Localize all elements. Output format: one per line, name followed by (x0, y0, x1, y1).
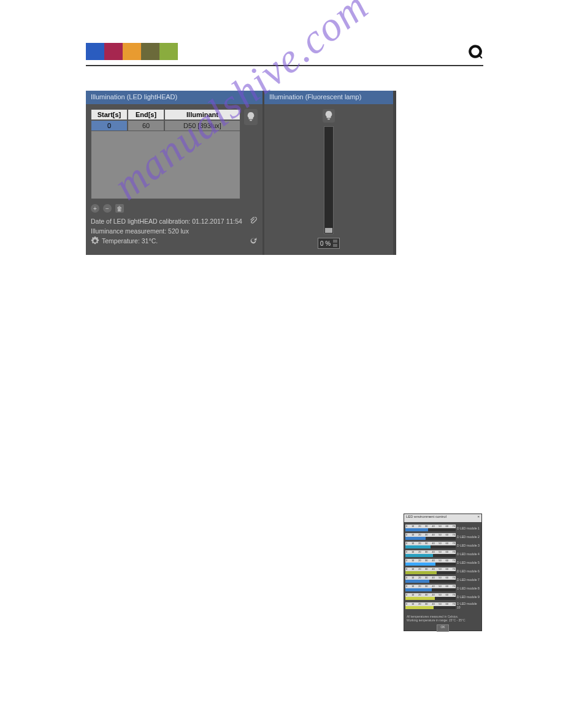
module-label: D LED module 8 (456, 586, 480, 590)
illuminance-measurement-label: Illuminance measurement: 520 lux (91, 226, 258, 236)
temperature-bar (405, 563, 435, 566)
module-label: D LED module 6 (456, 569, 480, 573)
dialog-title: LED environment control (406, 515, 446, 521)
temperature-row: 010203040506070D LED module 6 (405, 567, 480, 574)
lightbulb-icon (324, 110, 333, 121)
temperature-bar (405, 554, 433, 557)
table-empty-area (91, 131, 240, 199)
temperature-row: 010203040506070D LED module 2 (405, 533, 480, 540)
temperature-bar (405, 597, 435, 600)
led-environment-dialog: LED environment control × 01020304050607… (404, 514, 482, 631)
cell-illuminant[interactable]: D50 [393lux] (164, 120, 240, 131)
temperature-bar (405, 537, 426, 540)
cell-start[interactable]: 0 (91, 120, 128, 131)
temperature-bar (405, 580, 429, 583)
temperature-row: 010203040506070D LED module 8 (405, 585, 480, 591)
module-label: D LED module 9 (456, 595, 480, 599)
ok-button[interactable]: OK (437, 624, 449, 632)
temperature-row: 010203040506070D LED module 5 (405, 559, 480, 566)
page-header (86, 43, 483, 66)
temperature-row: 010203040506070D LED module 10 (405, 602, 480, 609)
close-icon[interactable]: × (477, 515, 480, 521)
dialog-titlebar: LED environment control × (404, 514, 481, 522)
col-start-header[interactable]: Start[s] (91, 109, 128, 120)
remove-button[interactable]: − (103, 204, 112, 213)
lightbulb-icon (247, 112, 255, 123)
brand-color-strip (86, 43, 178, 60)
temperature-bar (405, 588, 432, 591)
add-button[interactable]: + (91, 204, 99, 213)
cell-end[interactable]: 60 (128, 120, 164, 131)
temperature-bar (405, 571, 437, 574)
temperature-label: Temperature: 31°C. (102, 236, 158, 246)
calibration-date-label: Date of LED lightHEAD calibration: 01.12… (91, 216, 242, 226)
temperature-row: 010203040506070D LED module 3 (405, 542, 480, 548)
gear-icon[interactable] (91, 237, 99, 245)
attachment-icon[interactable] (249, 217, 258, 226)
temperature-row: 010203040506070D LED module 4 (405, 550, 480, 557)
temperature-row: 010203040506070D LED module 7 (405, 576, 480, 583)
module-label: D LED module 1 (456, 526, 480, 530)
intensity-value-input[interactable]: 0 % (318, 238, 340, 249)
intensity-stepper[interactable] (333, 239, 337, 248)
temperature-bar (405, 528, 428, 531)
module-label: D LED module 4 (456, 552, 480, 556)
trash-icon: 🗑 (117, 205, 123, 212)
illumination-fluorescent-panel: Illumination (Fluorescent lamp) 0 % (264, 91, 393, 255)
temperature-bar (405, 545, 431, 548)
temperature-row: 010203040506070D LED module 1 (405, 525, 480, 531)
intensity-value: 0 % (320, 240, 331, 247)
chevron-up-icon[interactable] (333, 240, 337, 243)
col-illuminant-header[interactable]: Illuminant (164, 109, 240, 120)
table-row[interactable]: 0 60 D50 [393lux] (91, 120, 240, 131)
module-label: D LED module 7 (456, 578, 480, 582)
module-label: D LED module 2 (456, 535, 480, 539)
fluorescent-toggle-button[interactable] (323, 109, 335, 123)
module-label: D LED module 5 (456, 561, 480, 564)
intensity-slider[interactable] (324, 126, 334, 234)
illumination-panel-group: Illumination (LED lightHEAD) Start[s] En… (86, 91, 396, 255)
minus-icon: − (105, 205, 109, 212)
footer-text-2: Working temperature in range: 15°C - 35°… (407, 618, 479, 622)
temperature-row: 010203040506070D LED module 9 (405, 593, 480, 600)
col-end-header[interactable]: End[s] (128, 109, 164, 120)
module-label: D LED module 3 (456, 544, 480, 547)
panel-title-right: Illumination (Fluorescent lamp) (264, 91, 393, 104)
delete-button[interactable]: 🗑 (115, 204, 124, 213)
chevron-down-icon[interactable] (333, 244, 337, 247)
module-label: D LED module 10 (456, 602, 480, 609)
brand-logo-icon (467, 44, 483, 59)
temperature-bar (405, 606, 434, 609)
light-toggle-button[interactable] (244, 109, 258, 125)
sequence-table[interactable]: Start[s] End[s] Illuminant 0 60 D50 [393… (91, 109, 240, 199)
illumination-led-panel: Illumination (LED lightHEAD) Start[s] En… (86, 91, 262, 255)
refresh-icon[interactable] (249, 237, 258, 245)
slider-thumb[interactable] (325, 228, 332, 233)
panel-title-left: Illumination (LED lightHEAD) (86, 91, 262, 104)
plus-icon: + (93, 205, 97, 212)
